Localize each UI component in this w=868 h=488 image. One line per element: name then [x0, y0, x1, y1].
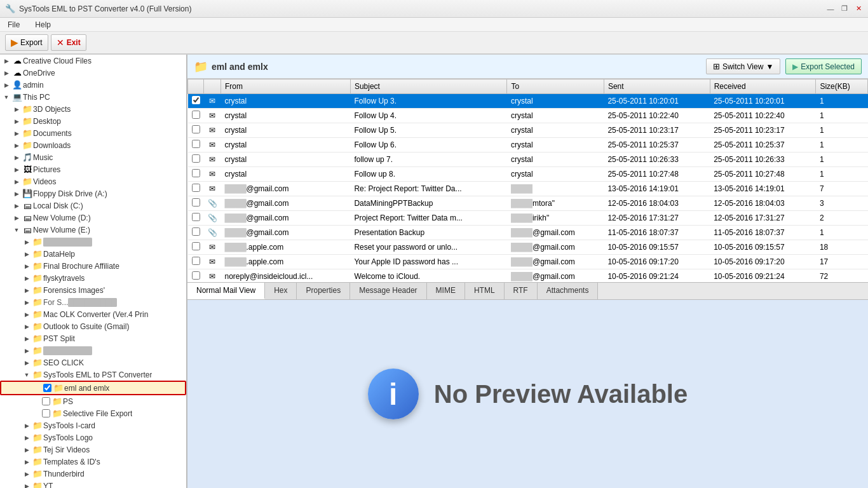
export-button[interactable]: ▶ Export [5, 34, 48, 51]
table-row[interactable]: ✉████.apple.comReset your password or un… [188, 240, 868, 255]
sidebar-item[interactable]: ▶📁flyskytravels [0, 272, 186, 284]
tree-expander[interactable]: ▶ [1, 58, 11, 64]
table-row[interactable]: ✉crystalFollow Up 5.crystal25-05-2011 10… [188, 123, 868, 138]
tab-hex[interactable]: Hex [265, 283, 297, 299]
sidebar-item[interactable]: ▶📁Mac OLK Converter (Ver.4 Prin [0, 308, 186, 320]
col-subject[interactable]: Subject [350, 79, 507, 94]
row-checkbox[interactable] [192, 227, 200, 236]
tree-checkbox[interactable] [42, 409, 50, 417]
col-from[interactable]: From [221, 79, 351, 94]
table-row[interactable]: ✉crystalfollow up 7.crystal25-05-2011 10… [188, 152, 868, 167]
row-checkbox[interactable] [192, 111, 200, 119]
sidebar-item[interactable]: ▼🖴New Volume (E:) [0, 224, 186, 236]
tab-attachments[interactable]: Attachments [538, 283, 599, 299]
tree-expander[interactable]: ▶ [22, 447, 32, 453]
row-checkbox[interactable] [192, 154, 200, 163]
sidebar-item[interactable]: ▶📁Outlook to Gsuite (Gmail) [0, 320, 186, 332]
sidebar-item[interactable]: ▶🖴New Volume (D:) [0, 212, 186, 224]
col-sent[interactable]: Sent [604, 79, 710, 94]
sidebar-item[interactable]: 📁PS [0, 395, 186, 407]
col-received[interactable]: Received [710, 79, 816, 94]
sidebar-item[interactable]: ▶📁PST Split [0, 332, 186, 344]
table-row[interactable]: ✉████.apple.comYour Apple ID password ha… [188, 255, 868, 269]
row-checkbox[interactable] [192, 242, 200, 250]
tree-expander[interactable]: ▶ [22, 323, 32, 330]
menu-help[interactable]: Help [32, 19, 53, 30]
sidebar-item[interactable]: ▶📁Tej Sir Videos [0, 444, 186, 456]
sidebar-item[interactable]: ▶☁Creative Cloud Files [0, 55, 186, 67]
tree-expander[interactable]: ▼ [1, 94, 11, 100]
row-checkbox[interactable] [192, 184, 200, 192]
tree-expander[interactable]: ▶ [22, 348, 32, 354]
row-checkbox[interactable] [192, 140, 200, 148]
tree-expander[interactable]: ▶ [22, 275, 32, 281]
tree-expander[interactable]: ▶ [22, 299, 32, 306]
tree-expander[interactable]: ▶ [22, 311, 32, 318]
sidebar-item[interactable]: ▶📁3D Objects [0, 103, 186, 115]
sidebar-item[interactable]: ▶📁█████████ [0, 236, 186, 248]
tab-rtf[interactable]: RTF [505, 283, 538, 299]
maximize-button[interactable]: ❐ [840, 4, 849, 13]
table-row[interactable]: ✉crystalFollow Up 6.crystal25-05-2011 10… [188, 138, 868, 152]
sidebar-item[interactable]: ▶👤admin [0, 79, 186, 91]
row-checkbox[interactable] [192, 271, 200, 280]
tree-expander[interactable]: ▶ [22, 423, 32, 429]
table-row[interactable]: 📎████@gmail.comProject Report: Twitter D… [188, 211, 868, 226]
row-checkbox[interactable] [192, 96, 200, 104]
sidebar-item[interactable]: ▶📁 For S...█████████ [0, 296, 186, 308]
table-row[interactable]: ✉████@gmail.comRe: Project Report: Twitt… [188, 182, 868, 196]
tree-expander[interactable]: ▶ [22, 239, 32, 245]
sidebar-item[interactable]: ▶📁SysTools Logo [0, 431, 186, 444]
sidebar-item[interactable]: ▶📁SysTools I-card [0, 419, 186, 431]
row-checkbox[interactable] [192, 125, 200, 133]
sidebar-item[interactable]: ▶📁SEO CLICK [0, 356, 186, 369]
export-selected-button[interactable]: ▶ Export Selected [785, 58, 862, 74]
tree-checkbox[interactable] [43, 384, 51, 392]
sidebar-item[interactable]: ▶📁Thunderbird [0, 468, 186, 480]
row-checkbox[interactable] [192, 257, 200, 265]
tree-checkbox[interactable] [42, 397, 50, 405]
tree-expander[interactable]: ▶ [11, 130, 22, 137]
tree-expander[interactable]: ▼ [11, 227, 22, 233]
sidebar-item[interactable]: ▶🖼Pictures [0, 163, 186, 175]
row-checkbox[interactable] [192, 169, 200, 177]
tree-expander[interactable]: ▼ [22, 372, 32, 378]
sidebar-item[interactable]: ▶📁Forensics Images' [0, 284, 186, 296]
sidebar-item[interactable]: ▶📁█████████ [0, 344, 186, 356]
sidebar-item[interactable]: ▶☁OneDrive [0, 67, 186, 79]
sidebar-item[interactable]: ▶🖴Local Disk (C:) [0, 200, 186, 212]
row-checkbox[interactable] [192, 213, 200, 221]
tree-expander[interactable]: ▶ [1, 70, 11, 76]
sidebar-item[interactable]: ▶📁Templates & ID's [0, 456, 186, 468]
row-checkbox[interactable] [192, 198, 200, 207]
table-row[interactable]: 📎████@gmail.comDataMiningPPTBackup████mt… [188, 196, 868, 211]
tree-expander[interactable]: ▶ [11, 106, 22, 112]
tree-expander[interactable]: ▶ [22, 435, 32, 441]
sidebar-item[interactable]: 📁eml and emlx [0, 381, 186, 395]
tree-expander[interactable]: ▶ [11, 191, 22, 197]
sidebar-item[interactable]: ▶🎵Music [0, 151, 186, 163]
tree-expander[interactable]: ▶ [22, 336, 32, 342]
sidebar-item[interactable]: ▶📁Desktop [0, 115, 186, 127]
tree-expander[interactable]: ▶ [22, 459, 32, 465]
sidebar-item[interactable]: ▶📁DataHelp [0, 248, 186, 260]
tree-expander[interactable]: ▶ [11, 203, 22, 209]
tree-expander[interactable]: ▶ [22, 360, 32, 366]
tree-expander[interactable]: ▶ [22, 483, 32, 489]
tab-html[interactable]: HTML [465, 283, 505, 299]
minimize-button[interactable]: — [826, 4, 835, 13]
switch-view-button[interactable]: ⊞ Switch View ▼ [706, 58, 780, 74]
tree-expander[interactable]: ▶ [11, 215, 22, 221]
sidebar-item[interactable]: ▶💾Floppy Disk Drive (A:) [0, 187, 186, 200]
tree-expander[interactable]: ▶ [11, 142, 22, 149]
sidebar-item[interactable]: ▶📁Final Brochure Affiliate [0, 260, 186, 272]
tree-expander[interactable]: ▶ [1, 82, 11, 88]
sidebar-item[interactable]: ▶📁Documents [0, 127, 186, 139]
table-row[interactable]: 📎████@gmail.comPresentation Backup████@g… [188, 226, 868, 240]
table-row[interactable]: ✉crystalFollow up 8.crystal25-05-2011 10… [188, 167, 868, 182]
tree-expander[interactable]: ▶ [22, 471, 32, 477]
tab-mime[interactable]: MIME [427, 283, 465, 299]
tab-message-header[interactable]: Message Header [350, 283, 426, 299]
col-to[interactable]: To [507, 79, 604, 94]
tree-expander[interactable]: ▶ [22, 251, 32, 257]
